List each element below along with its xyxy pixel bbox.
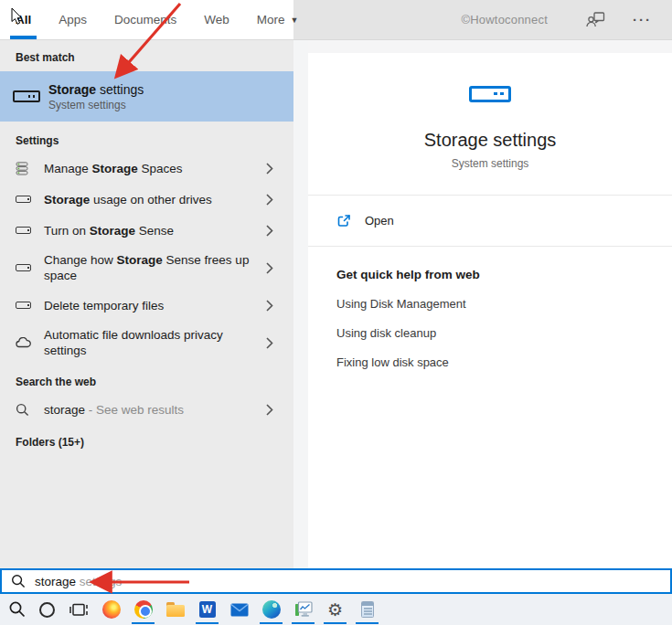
quick-help-header: Get quick help from web bbox=[336, 268, 672, 281]
more-options-button[interactable]: ··· bbox=[633, 12, 652, 27]
settings-result-auto-downloads[interactable]: Automatic file downloads privacy setting… bbox=[0, 321, 293, 365]
chrome-icon[interactable] bbox=[127, 594, 159, 625]
settings-result-storage-usage[interactable]: Storage usage on other drives bbox=[0, 184, 293, 215]
mail-icon[interactable] bbox=[223, 594, 255, 625]
section-header-folders: Folders (15+) bbox=[0, 436, 293, 449]
tab-web[interactable]: Web bbox=[204, 0, 229, 39]
preview-subtitle: System settings bbox=[308, 157, 672, 170]
topbar-right: ©Howtoconnect ··· bbox=[293, 0, 672, 39]
windows-search-flyout: All Apps Documents Web More ▼ ©Howtoconn… bbox=[0, 0, 672, 625]
search-input[interactable]: storage settings bbox=[0, 568, 672, 594]
web-search-result[interactable]: storage - See web results bbox=[0, 394, 293, 425]
settings-result-storage-sense-frees[interactable]: Change how Storage Sense frees up space bbox=[0, 246, 293, 290]
preview-top-strip bbox=[308, 40, 672, 53]
section-header-web: Search the web bbox=[0, 376, 293, 388]
tab-more[interactable]: More ▼ bbox=[257, 0, 299, 39]
word-icon[interactable]: W bbox=[191, 594, 223, 625]
chevron-right-icon[interactable] bbox=[266, 225, 273, 237]
best-match-subtitle: System settings bbox=[48, 99, 144, 111]
results-area: Best match Storage settings System setti… bbox=[0, 40, 672, 568]
best-match-title: Storage settings bbox=[48, 82, 144, 97]
chevron-right-icon[interactable] bbox=[266, 404, 273, 416]
open-label: Open bbox=[365, 214, 394, 228]
result-label: Turn on Storage Sense bbox=[44, 223, 174, 238]
panel-divider bbox=[293, 40, 308, 568]
cortana-icon[interactable] bbox=[31, 594, 63, 625]
section-header-best-match: Best match bbox=[0, 40, 293, 71]
result-label: Delete temporary files bbox=[44, 298, 164, 313]
section-header-settings: Settings bbox=[0, 134, 293, 147]
firefox-icon[interactable] bbox=[95, 594, 127, 625]
mouse-cursor bbox=[11, 8, 23, 26]
search-icon bbox=[11, 574, 26, 588]
preview-header: Storage settings System settings bbox=[308, 53, 672, 196]
search-query-text: storage bbox=[35, 575, 80, 588]
help-link-disk-cleanup[interactable]: Using disk cleanup bbox=[336, 326, 672, 340]
filter-tabs: All Apps Documents Web More ▼ bbox=[0, 0, 293, 39]
settings-result-delete-temp-files[interactable]: Delete temporary files bbox=[0, 290, 293, 321]
task-view-icon[interactable] bbox=[63, 594, 95, 625]
best-match-text: Storage settings System settings bbox=[48, 82, 144, 111]
tab-apps[interactable]: Apps bbox=[59, 0, 87, 39]
result-label: Automatic file downloads privacy setting… bbox=[44, 327, 252, 358]
result-label: Change how Storage Sense frees up space bbox=[44, 252, 252, 283]
taskbar-search-icon[interactable] bbox=[4, 594, 31, 625]
taskbar: W ⚙ bbox=[0, 594, 672, 625]
help-link-disk-management[interactable]: Using Disk Management bbox=[336, 297, 672, 311]
chevron-right-icon[interactable] bbox=[266, 337, 273, 349]
best-match-result[interactable]: Storage settings System settings bbox=[0, 71, 293, 122]
storage-drive-icon bbox=[16, 196, 32, 203]
search-icon bbox=[16, 403, 32, 417]
result-label: storage - See web results bbox=[44, 402, 184, 418]
quick-help-section: Get quick help from web Using Disk Manag… bbox=[308, 247, 672, 369]
storage-drive-icon bbox=[13, 90, 40, 102]
preview-panel: Storage settings System settings Open Ge… bbox=[308, 40, 672, 568]
open-action[interactable]: Open bbox=[308, 196, 672, 247]
chevron-down-icon: ▼ bbox=[291, 16, 299, 25]
open-icon bbox=[336, 214, 351, 228]
tab-documents[interactable]: Documents bbox=[114, 0, 176, 39]
help-link-low-disk-space[interactable]: Fixing low disk space bbox=[336, 355, 672, 369]
file-explorer-icon[interactable] bbox=[159, 594, 191, 625]
performance-monitor-icon[interactable] bbox=[287, 594, 319, 625]
chevron-right-icon[interactable] bbox=[266, 262, 273, 274]
feedback-icon[interactable] bbox=[586, 12, 605, 27]
notepad-icon[interactable] bbox=[351, 594, 383, 625]
storage-drive-icon bbox=[16, 302, 32, 309]
search-filter-bar: All Apps Documents Web More ▼ ©Howtoconn… bbox=[0, 0, 672, 40]
results-list: Best match Storage settings System setti… bbox=[0, 40, 293, 568]
storage-spaces-icon bbox=[16, 162, 32, 175]
watermark-text: ©Howtoconnect bbox=[461, 13, 548, 26]
settings-result-manage-storage-spaces[interactable]: Manage Storage Spaces bbox=[0, 153, 293, 184]
chevron-right-icon[interactable] bbox=[266, 194, 273, 206]
cloud-icon bbox=[16, 337, 32, 348]
preview-title: Storage settings bbox=[308, 130, 672, 151]
result-label: Manage Storage Spaces bbox=[44, 161, 183, 176]
chevron-right-icon[interactable] bbox=[266, 300, 273, 312]
storage-drive-icon bbox=[16, 264, 32, 271]
settings-result-storage-sense[interactable]: Turn on Storage Sense bbox=[0, 215, 293, 246]
edge-icon[interactable] bbox=[255, 594, 287, 625]
search-query-suggestion: settings bbox=[80, 575, 123, 588]
storage-drive-icon bbox=[469, 86, 511, 102]
settings-gear-icon[interactable]: ⚙ bbox=[319, 594, 351, 625]
result-label: Storage usage on other drives bbox=[44, 192, 212, 207]
chevron-right-icon[interactable] bbox=[266, 163, 273, 175]
storage-drive-icon bbox=[16, 227, 32, 234]
